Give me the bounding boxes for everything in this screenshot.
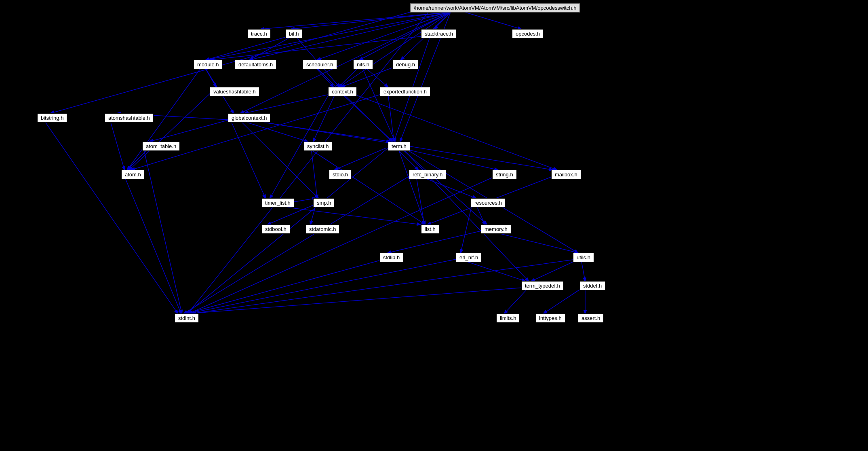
svg-line-42 bbox=[127, 148, 149, 170]
svg-line-27 bbox=[341, 66, 396, 87]
svg-line-17 bbox=[210, 36, 428, 60]
svg-line-43 bbox=[143, 148, 182, 313]
node-exportedfunction: exportedfunction.h bbox=[380, 87, 430, 96]
node-debug: debug.h bbox=[392, 60, 419, 69]
node-assert: assert.h bbox=[578, 313, 604, 323]
node-scheduler: scheduler.h bbox=[303, 60, 337, 69]
node-memory: memory.h bbox=[481, 224, 511, 234]
node-term_typedef: term_typedef.h bbox=[521, 281, 564, 290]
node-valueshashtable: valueshashtable.h bbox=[210, 87, 259, 96]
svg-line-68 bbox=[460, 259, 525, 281]
svg-line-71 bbox=[190, 288, 523, 313]
svg-line-36 bbox=[150, 120, 230, 142]
svg-line-72 bbox=[504, 288, 529, 313]
svg-line-39 bbox=[230, 120, 265, 198]
svg-line-77 bbox=[187, 259, 384, 313]
svg-line-50 bbox=[335, 148, 386, 170]
svg-line-55 bbox=[420, 176, 476, 198]
svg-line-64 bbox=[476, 205, 485, 224]
svg-line-67 bbox=[388, 231, 481, 253]
node-synclist: synclist.h bbox=[303, 142, 332, 151]
node-refc_binary: refc_binary.h bbox=[409, 170, 446, 179]
node-timer_list: timer_list.h bbox=[261, 198, 294, 208]
node-opcodes: opcodes.h bbox=[512, 29, 544, 38]
svg-line-48 bbox=[398, 148, 425, 224]
node-defaultatoms: defaultatoms.h bbox=[235, 60, 276, 69]
svg-line-3 bbox=[465, 12, 521, 29]
node-module: module.h bbox=[194, 60, 222, 69]
svg-line-14 bbox=[206, 36, 291, 60]
node-mailbox: mailbox.h bbox=[551, 170, 581, 179]
node-smp: smp.h bbox=[313, 198, 335, 208]
svg-line-63 bbox=[310, 205, 316, 224]
svg-line-4 bbox=[206, 12, 451, 60]
node-limits: limits.h bbox=[496, 313, 520, 323]
node-stacktrace: stacktrace.h bbox=[421, 29, 457, 38]
svg-line-56 bbox=[416, 176, 424, 224]
node-main: /home/runner/work/AtomVM/AtomVM/src/libA… bbox=[410, 3, 580, 13]
node-resources: resources.h bbox=[471, 198, 506, 208]
node-stdlib: stdlib.h bbox=[379, 253, 403, 262]
svg-line-25 bbox=[364, 66, 388, 87]
node-context: context.h bbox=[328, 87, 357, 96]
svg-line-34 bbox=[388, 93, 394, 142]
node-inttypes: inttypes.h bbox=[535, 313, 565, 323]
svg-line-54 bbox=[124, 176, 181, 313]
node-atom_table: atom_table.h bbox=[142, 142, 180, 151]
svg-line-9 bbox=[339, 12, 451, 87]
node-stdio: stdio.h bbox=[329, 170, 352, 179]
node-trace: trace.h bbox=[247, 29, 271, 38]
node-stddef: stddef.h bbox=[579, 281, 605, 290]
node-stdatomic: stdatomic.h bbox=[305, 224, 339, 234]
node-utils: utils.h bbox=[573, 253, 594, 262]
node-bitstring: bitstring.h bbox=[37, 113, 67, 123]
node-list: list.h bbox=[421, 224, 439, 234]
svg-line-75 bbox=[110, 120, 124, 170]
node-nifs: nifs.h bbox=[353, 60, 373, 69]
svg-line-13 bbox=[188, 12, 428, 313]
svg-line-57 bbox=[184, 176, 409, 313]
svg-line-73 bbox=[544, 288, 583, 313]
svg-line-5 bbox=[250, 12, 451, 60]
node-stdbool: stdbool.h bbox=[261, 224, 290, 234]
svg-line-60 bbox=[267, 205, 420, 224]
svg-line-79 bbox=[581, 259, 585, 281]
svg-line-58 bbox=[189, 176, 495, 313]
svg-line-66 bbox=[489, 231, 578, 253]
svg-line-37 bbox=[238, 120, 308, 142]
node-stdint: stdint.h bbox=[175, 313, 199, 323]
node-term: term.h bbox=[388, 142, 410, 151]
node-atomshashtable: atomshashtable.h bbox=[105, 113, 154, 123]
node-erl_nif: erl_nif.h bbox=[456, 253, 482, 262]
svg-line-29 bbox=[313, 93, 335, 142]
svg-line-0 bbox=[261, 12, 451, 29]
svg-line-78 bbox=[531, 259, 579, 281]
node-string: string.h bbox=[492, 170, 517, 179]
svg-line-30 bbox=[341, 93, 393, 142]
node-atom: atom.h bbox=[121, 170, 145, 179]
node-globalcontext: globalcontext.h bbox=[228, 113, 270, 123]
svg-line-40 bbox=[239, 120, 318, 198]
svg-line-15 bbox=[250, 36, 293, 60]
node-bif: bif.h bbox=[285, 29, 303, 38]
